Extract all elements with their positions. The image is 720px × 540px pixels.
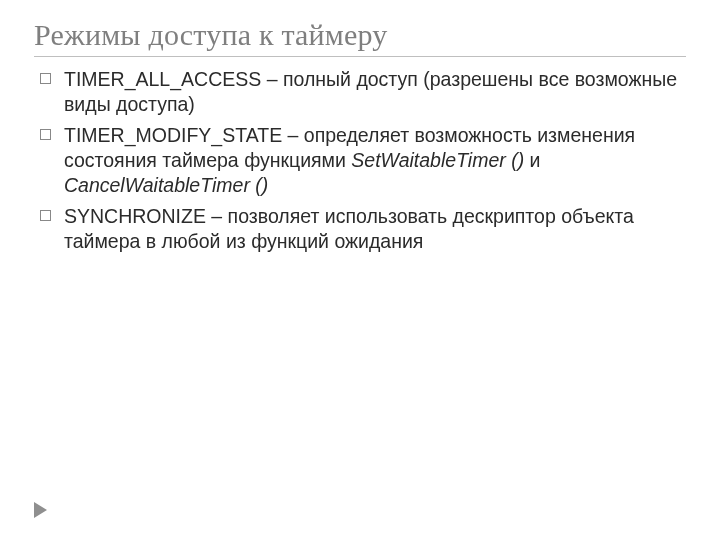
title-underline — [34, 56, 686, 57]
item-func-1: SetWaitableTimer () — [351, 149, 524, 171]
item-text: TIMER_ALL_ACCESS – полный доступ (разреш… — [64, 68, 677, 115]
slide-title: Режимы доступа к таймеру — [34, 18, 686, 52]
list-item: SYNCHRONIZE – позволяет использовать дес… — [34, 204, 686, 254]
item-text: SYNCHRONIZE – позволяет использовать дес… — [64, 205, 634, 252]
item-text: TIMER_MODIFY_STATE – определяет возможно… — [64, 124, 635, 196]
item-func-2: CancelWaitableTimer () — [64, 174, 268, 196]
item-constant: TIMER_ — [64, 124, 136, 146]
arrow-right-icon — [34, 502, 47, 518]
bullet-list: TIMER_ALL_ACCESS – полный доступ (разреш… — [34, 67, 686, 254]
slide: Режимы доступа к таймеру TIMER_ALL_ACCES… — [0, 0, 720, 540]
item-constant: SYNCHRONIZE — [64, 205, 206, 227]
list-item: TIMER_ALL_ACCESS – полный доступ (разреш… — [34, 67, 686, 117]
item-constant-suffix: MODIFY_STATE — [136, 124, 283, 146]
item-conj: и — [524, 149, 540, 171]
item-constant: TIMER_ALL_ACCESS — [64, 68, 261, 90]
list-item: TIMER_MODIFY_STATE – определяет возможно… — [34, 123, 686, 198]
